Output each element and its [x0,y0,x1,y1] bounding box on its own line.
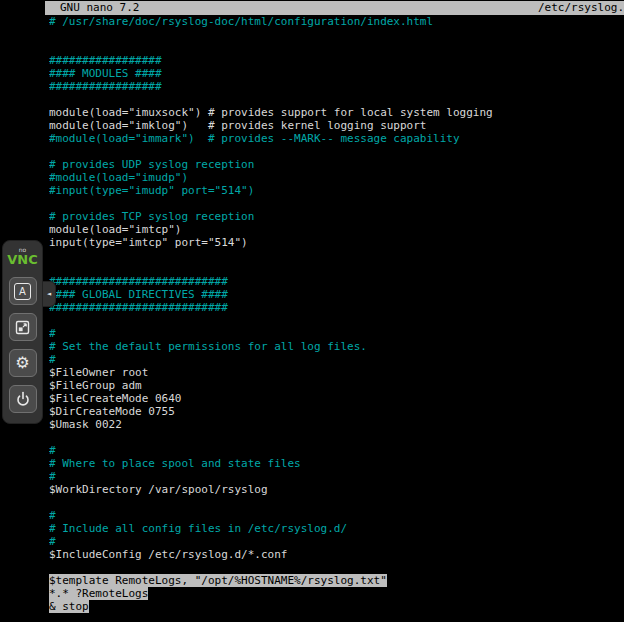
terminal-line: $IncludeConfig /etc/rsyslog.d/*.conf [49,548,624,561]
terminal-line: $FileCreateMode 0640 [49,392,624,405]
fullscreen-button[interactable] [9,313,37,341]
terminal-line: # Set the default permissions for all lo… [49,340,624,353]
terminal-line: #### GLOBAL DIRECTIVES #### [49,288,624,301]
terminal-line: input(type="imtcp" port="514") [49,236,624,249]
terminal-line: #module(load="immark") # provides --MARK… [49,132,624,145]
terminal-line: $template RemoteLogs, "/opt/%HOSTNAME%/r… [49,574,624,587]
control-bar-handle[interactable]: ◄ [43,281,56,307]
terminal-line [49,249,624,262]
terminal-line: #input(type="imudp" port="514") [49,184,624,197]
gear-icon: ⚙ [15,355,29,371]
terminal-line: # provides TCP syslog reception [49,210,624,223]
keyboard-a-icon: A [14,283,31,300]
terminal-line: # Include all config files in /etc/rsysl… [49,522,624,535]
terminal-line [49,262,624,275]
terminal-line [49,314,624,327]
terminal-line: ################# [49,54,624,67]
terminal-line: # provides UDP syslog reception [49,158,624,171]
terminal-line [49,145,624,158]
terminal-line [49,496,624,509]
terminal-line [49,561,624,574]
terminal-line: # [49,353,624,366]
terminal-line: # [49,535,624,548]
nano-titlebar: GNU nano 7.2 /etc/rsyslog. [45,1,624,15]
terminal-line: $DirCreateMode 0755 [49,405,624,418]
terminal-line: ################# [49,80,624,93]
terminal-line: *.* ?RemoteLogs [49,587,624,600]
terminal-line: & stop [49,600,624,613]
terminal-line: $Umask 0022 [49,418,624,431]
nano-filename: /etc/rsyslog. [538,1,624,15]
terminal-line: module(load="imtcp") [49,223,624,236]
novnc-control-bar: no VNC ◄ A ⚙ [2,240,43,424]
terminal-line: ########################### [49,301,624,314]
terminal-line [49,93,624,106]
terminal-line: ########################### [49,275,624,288]
terminal-line [49,431,624,444]
nano-version: GNU nano 7.2 [60,1,139,15]
power-icon [15,391,31,407]
terminal-line: # [49,327,624,340]
settings-button[interactable]: ⚙ [9,349,37,377]
terminal-line: # Where to place spool and state files [49,457,624,470]
terminal-line: #### MODULES #### [49,67,624,80]
terminal-line [49,28,624,41]
extra-keys-button[interactable]: A [9,277,37,305]
collapse-arrow-icon: ◄ [47,290,51,298]
terminal-line: module(load="imklog") # provides kernel … [49,119,624,132]
power-button[interactable] [9,385,37,413]
terminal-body[interactable]: # /usr/share/doc/rsyslog-doc/html/config… [49,15,624,622]
terminal-line: module(load="imuxsock") # provides suppo… [49,106,624,119]
fullscreen-icon [14,319,31,336]
terminal-line: # [49,470,624,483]
terminal-line: # /usr/share/doc/rsyslog-doc/html/config… [49,15,624,28]
novnc-logo: no VNC [7,247,37,269]
terminal-line [49,197,624,210]
terminal-line: # [49,509,624,522]
terminal-line: $WorkDirectory /var/spool/rsyslog [49,483,624,496]
terminal-line: #module(load="imudp") [49,171,624,184]
novnc-logo-main: VNC [7,253,37,266]
terminal-line: $FileOwner root [49,366,624,379]
terminal-line [49,41,624,54]
terminal-line: # [49,444,624,457]
terminal-window[interactable]: GNU nano 7.2 /etc/rsyslog. # /usr/share/… [45,0,624,622]
terminal-line: $FileGroup adm [49,379,624,392]
